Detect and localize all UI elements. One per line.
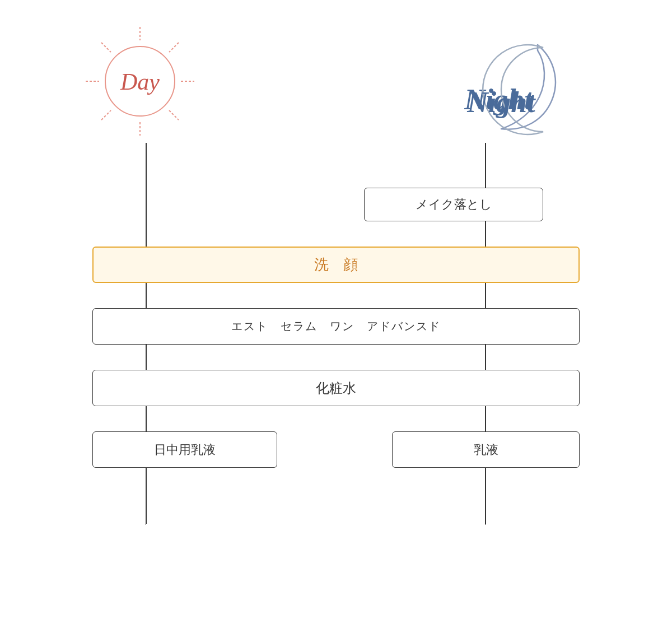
- night-line-top: [485, 143, 486, 188]
- night-line-mid: [485, 221, 486, 247]
- day-lotion-label: 日中用乳液: [154, 442, 216, 458]
- svg-text:Day: Day: [120, 69, 160, 95]
- serum-label: エスト セラム ワン アドバンスド: [231, 319, 441, 334]
- night-lotion-box: 乳液: [392, 431, 580, 468]
- svg-line-5: [169, 110, 179, 120]
- svg-line-6: [169, 43, 179, 52]
- night-line-below-toner: [485, 406, 486, 431]
- diagram: Day Night Night メイク落とし 洗 顔 エスト セラム ワン アド…: [0, 0, 672, 632]
- svg-text:Night: Night: [466, 86, 536, 118]
- day-line-to-facewash: [146, 221, 147, 247]
- day-icon: Day: [81, 22, 199, 140]
- toner-label: 化粧水: [316, 379, 356, 397]
- day-hline-bottom: [146, 524, 146, 525]
- day-line-below-facewash: [146, 283, 147, 308]
- night-line-bottom: [485, 468, 486, 524]
- face-wash-label: 洗 顔: [314, 255, 358, 275]
- makeup-remover-label: メイク落とし: [416, 196, 492, 213]
- day-line-below-serum: [146, 345, 147, 370]
- night-hline-bottom: [485, 524, 486, 525]
- serum-box: エスト セラム ワン アドバンスド: [92, 308, 580, 345]
- night-line-below-facewash: [485, 283, 486, 308]
- moon-crescent: Night: [451, 25, 580, 154]
- svg-line-4: [101, 43, 111, 52]
- svg-line-7: [101, 110, 111, 120]
- toner-box: 化粧水: [92, 370, 580, 406]
- day-line-bottom: [146, 468, 147, 524]
- night-lotion-label: 乳液: [474, 442, 498, 458]
- makeup-remover-box: メイク落とし: [364, 188, 543, 221]
- day-lotion-box: 日中用乳液: [92, 431, 277, 468]
- face-wash-box: 洗 顔: [92, 247, 580, 283]
- night-line-below-serum: [485, 345, 486, 370]
- day-line-below-toner: [146, 406, 147, 431]
